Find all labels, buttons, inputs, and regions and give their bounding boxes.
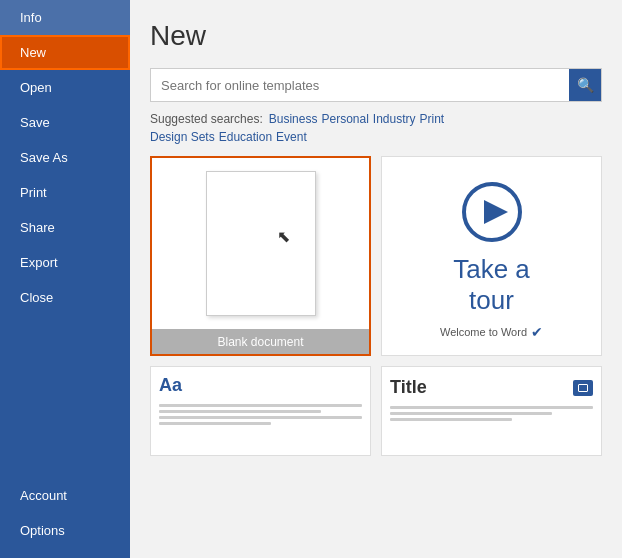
sidebar-spacer (0, 315, 130, 478)
aa-line-2 (159, 410, 321, 413)
template-blank-preview: ⬉ (151, 157, 370, 329)
search-icon: 🔍 (577, 77, 594, 93)
title-line-2 (390, 412, 552, 415)
suggested-label: Suggested searches: (150, 112, 263, 126)
template-blank-label: Blank document (151, 329, 370, 355)
aa-line-3 (159, 416, 362, 419)
sidebar: Info New Open Save Save As Print Share E… (0, 0, 130, 558)
sidebar-item-new[interactable]: New (0, 35, 130, 70)
blank-page: ⬉ (206, 171, 316, 316)
sidebar-item-close[interactable]: Close (0, 280, 130, 315)
aa-lines (159, 404, 362, 425)
title-line-3 (390, 418, 512, 421)
suggested-industry[interactable]: Industry (373, 112, 416, 126)
template-tour[interactable]: Take a tour Welcome to Word ✔ (381, 156, 602, 356)
pin-icon: ✔ (531, 324, 543, 340)
title-icon-inner (578, 384, 588, 392)
tour-text: Take a tour (453, 254, 530, 316)
suggested-searches: Suggested searches: Business Personal In… (150, 112, 602, 126)
sidebar-item-share[interactable]: Share (0, 210, 130, 245)
suggested-row2: Design Sets Education Event (150, 130, 602, 144)
template-normal[interactable]: Aa (150, 366, 371, 456)
sidebar-item-export[interactable]: Export (0, 245, 130, 280)
template-normal-inner: Aa (151, 367, 370, 455)
sidebar-item-options[interactable]: Options (0, 513, 130, 548)
sidebar-bottom: Account Options (0, 478, 130, 558)
search-bar: 🔍 (150, 68, 602, 102)
sidebar-item-account[interactable]: Account (0, 478, 130, 513)
sidebar-item-save[interactable]: Save (0, 105, 130, 140)
cursor-icon: ⬉ (277, 227, 290, 246)
templates-grid: ⬉ Blank document Take a tour Welcome to … (150, 156, 602, 456)
title-line-1 (390, 406, 593, 409)
aa-line-4 (159, 422, 271, 425)
template-title[interactable]: Title (381, 366, 602, 456)
template-blank[interactable]: ⬉ Blank document (150, 156, 371, 356)
suggested-business[interactable]: Business (269, 112, 318, 126)
search-input[interactable] (151, 71, 569, 100)
aa-label: Aa (159, 375, 362, 396)
sidebar-item-save-as[interactable]: Save As (0, 140, 130, 175)
tour-icon (462, 182, 522, 242)
page-title: New (150, 20, 602, 52)
sidebar-item-print[interactable]: Print (0, 175, 130, 210)
template-title-inner: Title (382, 367, 601, 455)
aa-line-1 (159, 404, 362, 407)
title-lines (390, 406, 593, 421)
suggested-education[interactable]: Education (219, 130, 272, 144)
title-label: Title (390, 377, 427, 398)
suggested-personal[interactable]: Personal (321, 112, 368, 126)
suggested-design-sets[interactable]: Design Sets (150, 130, 215, 144)
title-icon (573, 380, 593, 396)
suggested-print[interactable]: Print (420, 112, 445, 126)
main-content: New 🔍 Suggested searches: Business Perso… (130, 0, 622, 558)
search-button[interactable]: 🔍 (569, 69, 601, 101)
sidebar-item-info[interactable]: Info (0, 0, 130, 35)
tour-sublabel: Welcome to Word ✔ (440, 324, 543, 340)
suggested-event[interactable]: Event (276, 130, 307, 144)
sidebar-item-open[interactable]: Open (0, 70, 130, 105)
title-row: Title (390, 377, 593, 398)
